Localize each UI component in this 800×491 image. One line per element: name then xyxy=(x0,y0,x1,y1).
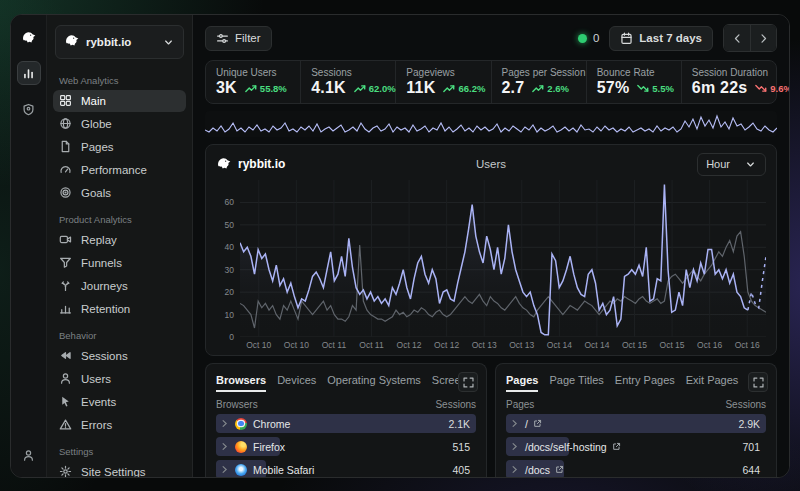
sidebar-item-errors[interactable]: Errors xyxy=(53,414,186,436)
sidebar-item-pages[interactable]: Pages xyxy=(53,136,186,158)
rewind-icon xyxy=(59,349,73,363)
row-sessions: 405 xyxy=(452,464,470,476)
x-tick-label: Oct 10 xyxy=(284,340,309,350)
stat-unique-users[interactable]: Unique Users 3K 55.8% xyxy=(206,61,301,103)
stat-label: Sessions xyxy=(311,67,385,78)
table-row[interactable]: /docs 644 xyxy=(506,460,766,477)
sidebar-item-replay[interactable]: Replay xyxy=(53,229,186,251)
row-sessions: 644 xyxy=(742,464,760,476)
column-header-left: Pages xyxy=(506,399,534,410)
browsers-card: BrowsersDevicesOperating SystemsScreen D… xyxy=(205,363,487,477)
tab-entry-pages[interactable]: Entry Pages xyxy=(615,374,675,392)
x-tick-label: Oct 12 xyxy=(397,340,422,350)
stat-label: Unique Users xyxy=(216,67,290,78)
chrome-icon xyxy=(235,418,247,430)
sidebar-item-funnels[interactable]: Funnels xyxy=(53,252,186,274)
row-label: / xyxy=(525,418,542,430)
sidebar-item-site-settings[interactable]: Site Settings xyxy=(53,461,186,477)
tab-browsers[interactable]: Browsers xyxy=(216,374,266,392)
trend-up-icon xyxy=(532,84,544,93)
rows: / 2.9K /docs/self-hosting 701 /docs 644 xyxy=(506,414,766,477)
sidebar-item-label: Goals xyxy=(81,187,111,199)
chevron-down-icon xyxy=(162,36,175,49)
y-axis-labels: 0102030405060 xyxy=(216,180,240,337)
y-tick-label: 50 xyxy=(225,220,234,230)
date-nav xyxy=(723,24,777,52)
stat-sessions[interactable]: Sessions 4.1K 62.0% xyxy=(301,61,396,103)
shield-rail-button[interactable] xyxy=(17,97,41,121)
overview-sparkline xyxy=(205,111,777,137)
sidebar-item-retention[interactable]: Retention xyxy=(53,298,186,320)
table-row[interactable]: Firefox 515 xyxy=(216,437,476,456)
users-line-chart[interactable] xyxy=(240,180,766,337)
app-window: rybbit.io Web AnalyticsMainGlobePagesPer… xyxy=(10,14,790,478)
interval-value: Hour xyxy=(706,158,730,170)
table-row[interactable]: / 2.9K xyxy=(506,414,766,433)
row-sessions: 515 xyxy=(452,441,470,453)
sidebar-section-title: Product Analytics xyxy=(59,214,180,225)
sidebar-item-events[interactable]: Events xyxy=(53,391,186,413)
tab-page-titles[interactable]: Page Titles xyxy=(549,374,603,392)
x-tick-label: Oct 15 xyxy=(622,340,647,350)
stat-bounce-rate[interactable]: Bounce Rate 57% 5.5% xyxy=(587,61,682,103)
y-tick-label: 60 xyxy=(225,197,234,207)
video-icon xyxy=(59,233,73,247)
tab-exit-pages[interactable]: Exit Pages xyxy=(686,374,739,392)
stat-label: Session Duration xyxy=(692,67,766,78)
tab-operating-systems[interactable]: Operating Systems xyxy=(327,374,421,392)
sidebar-item-performance[interactable]: Performance xyxy=(53,159,186,181)
stats-summary: Unique Users 3K 55.8%Sessions 4.1K 62.0%… xyxy=(205,60,777,104)
trend-up-icon xyxy=(354,84,366,93)
prev-period-button[interactable] xyxy=(724,25,750,51)
stat-value: 57% xyxy=(597,79,630,97)
stat-label: Pages per Session xyxy=(502,67,576,78)
sidebar-section-title: Behavior xyxy=(59,330,180,341)
sidebar-item-journeys[interactable]: Journeys xyxy=(53,275,186,297)
table-row[interactable]: Chrome 2.1K xyxy=(216,414,476,433)
sidebar-item-label: Events xyxy=(81,396,116,408)
sidebar-item-users[interactable]: Users xyxy=(53,368,186,390)
column-header-right: Sessions xyxy=(725,399,766,410)
target-icon xyxy=(59,186,73,200)
filter-button[interactable]: Filter xyxy=(205,26,272,51)
trend-up-icon xyxy=(245,84,257,93)
expand-button[interactable] xyxy=(748,372,768,392)
stat-pages-per-session[interactable]: Pages per Session 2.7 2.6% xyxy=(492,61,587,103)
table-row[interactable]: Mobile Safari 405 xyxy=(216,460,476,477)
funnel-icon xyxy=(59,256,73,270)
chart-site-brand: rybbit.io xyxy=(216,155,366,174)
sidebar-item-main[interactable]: Main xyxy=(53,90,186,112)
tab-pages[interactable]: Pages xyxy=(506,374,538,392)
live-users-indicator[interactable]: 0 xyxy=(578,32,599,44)
site-selector[interactable]: rybbit.io xyxy=(55,25,184,59)
stat-session-duration[interactable]: Session Duration 6m 22s 9.6% xyxy=(682,61,776,103)
interval-select[interactable]: Hour xyxy=(697,153,766,176)
warning-icon xyxy=(59,418,73,432)
chevron-right-icon xyxy=(220,419,229,428)
stat-pageviews[interactable]: Pageviews 11K 66.2% xyxy=(396,61,491,103)
table-row[interactable]: /docs/self-hosting 701 xyxy=(506,437,766,456)
sidebar-item-goals[interactable]: Goals xyxy=(53,182,186,204)
column-headers: Pages Sessions xyxy=(506,394,766,414)
stat-value: 11K xyxy=(406,79,435,97)
stat-value: 3K xyxy=(216,79,237,97)
stat-change: 9.6% xyxy=(755,83,790,94)
date-range-label: Last 7 days xyxy=(639,32,702,44)
chevron-left-icon xyxy=(731,32,744,45)
next-period-button[interactable] xyxy=(750,25,776,51)
file-icon xyxy=(59,140,73,154)
stat-value: 6m 22s xyxy=(692,79,747,97)
trend-up-icon xyxy=(443,84,455,93)
date-range-button[interactable]: Last 7 days xyxy=(609,26,713,51)
expand-icon xyxy=(462,376,475,389)
gauge-icon xyxy=(59,163,73,177)
analytics-rail-button[interactable] xyxy=(17,61,41,85)
account-rail-button[interactable] xyxy=(17,443,41,467)
sidebar-item-globe[interactable]: Globe xyxy=(53,113,186,135)
main-content: Filter 0 Last 7 days Unique Users 3K 55.… xyxy=(193,15,789,477)
expand-button[interactable] xyxy=(458,372,478,392)
x-tick-label: Oct 16 xyxy=(735,340,760,350)
sidebar-item-sessions[interactable]: Sessions xyxy=(53,345,186,367)
row-label: Firefox xyxy=(253,441,285,453)
tab-devices[interactable]: Devices xyxy=(277,374,316,392)
